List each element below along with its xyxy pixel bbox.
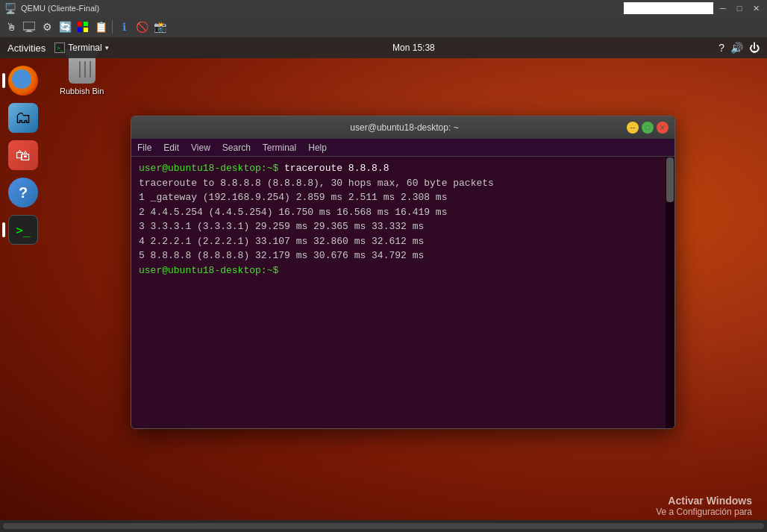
qemu-close-button[interactable]: ✕ (749, 1, 763, 15)
topbar-question-icon[interactable]: ? (719, 42, 724, 54)
dock-item-files[interactable] (7, 101, 40, 134)
terminal-menu-terminal[interactable]: Terminal (263, 143, 296, 153)
toolbar-stop-icon[interactable]: 🚫 (134, 19, 150, 35)
qemu-search-input[interactable] (624, 2, 713, 14)
qemu-title: QEMU (Cliente-Final) (21, 4, 99, 13)
terminal-output-6: 4 2.2.2.1 (2.2.2.1) 33.107 ms 32.860 ms … (139, 236, 424, 247)
toolbar-clipboard-icon[interactable]: 📋 (93, 19, 109, 35)
files-icon (8, 103, 38, 133)
terminal-line-5: 3 3.3.3.1 (3.3.3.1) 29.259 ms 29.365 ms … (139, 219, 667, 234)
dock-item-help[interactable]: ? (7, 176, 40, 209)
rubbish-bin-label: Rubbish Bin (60, 87, 104, 96)
activities-button[interactable]: Activities (7, 43, 46, 54)
qemu-titlebar-left: 🖥️ QEMU (Cliente-Final) (4, 3, 99, 14)
terminal-content: user@ubuntu18-desktop:~$ traceroute 8.8.… (131, 157, 674, 428)
desktop: 🖥️ QEMU (Cliente-Final) ─ □ ✕ 🖱 ⚙ 🔄 📋 ℹ … (0, 0, 767, 532)
terminal-output-7: 5 8.8.8.8 (8.8.8.8) 32.179 ms 30.676 ms … (139, 250, 424, 261)
qemu-minimize-button[interactable]: ─ (716, 1, 730, 15)
topbar-power-icon[interactable]: ⏻ (749, 42, 760, 54)
svg-rect-0 (23, 22, 35, 30)
dock-item-terminal[interactable]: >_ (7, 213, 40, 246)
svg-rect-6 (84, 28, 88, 32)
terminal-menu-view[interactable]: View (191, 143, 210, 153)
svg-rect-5 (78, 28, 82, 32)
terminal-small-icon: >_ (54, 43, 65, 53)
activate-line2: Ve a Configuración para (656, 507, 752, 517)
terminal-cmd-1: traceroute 8.8.8.8 (284, 163, 389, 174)
terminal-maximize-button[interactable]: □ (642, 122, 654, 134)
terminal-menu-file[interactable]: File (137, 143, 151, 153)
ubuntu-topbar-left: Activities >_ Terminal ▾ (7, 43, 109, 54)
dock-item-software[interactable]: 🛍 (7, 139, 40, 172)
svg-rect-4 (84, 22, 88, 26)
trash-line-1 (79, 61, 81, 78)
toolbar-snapshot-icon[interactable]: 📸 (151, 19, 168, 35)
terminal-output-2: traceroute to 8.8.8.8 (8.8.8.8), 30 hops… (139, 178, 494, 189)
terminal-window-title: user@ubuntu18-desktop: ~ (182, 122, 627, 133)
terminal-menu-label[interactable]: >_ Terminal ▾ (54, 43, 108, 53)
toolbar-separator (112, 20, 113, 34)
qemu-maximize-button[interactable]: □ (733, 1, 746, 15)
terminal-output-4: 2 4.4.5.254 (4.4.5.254) 16.750 ms 16.568… (139, 207, 447, 218)
terminal-prompt-1: user@ubuntu18-desktop:~$ (139, 163, 278, 174)
toolbar-mouse-icon[interactable]: 🖱 (3, 19, 19, 35)
terminal-line-4: 2 4.4.5.254 (4.4.5.254) 16.750 ms 16.568… (139, 205, 667, 220)
toolbar-windows-icon[interactable] (75, 19, 91, 35)
toolbar-screen-icon[interactable] (21, 19, 37, 35)
terminal-line-2: traceroute to 8.8.8.8 (8.8.8.8), 30 hops… (139, 176, 667, 191)
qemu-toolbar: 🖱 ⚙ 🔄 📋 ℹ 🚫 📸 (0, 16, 767, 37)
terminal-menu-help[interactable]: Help (308, 143, 327, 153)
terminal-scrollbar-thumb[interactable] (666, 157, 674, 202)
ubuntu-datetime: Mon 15:38 (392, 43, 435, 53)
firefox-icon (8, 66, 38, 96)
terminal-window: user@ubuntu18-desktop: ~ ─ □ ✕ File Edit… (131, 116, 675, 429)
bottom-scrollbar[interactable] (0, 520, 767, 532)
terminal-menubar: File Edit View Search Terminal Help (131, 139, 674, 157)
terminal-line-1: user@ubuntu18-desktop:~$ traceroute 8.8.… (139, 161, 667, 176)
qemu-logo-icon: 🖥️ (4, 3, 16, 14)
toolbar-settings-icon[interactable]: ⚙ (39, 19, 55, 35)
terminal-dock-icon: >_ (8, 215, 38, 245)
svg-rect-3 (78, 22, 82, 26)
terminal-dropdown-icon[interactable]: ▾ (105, 44, 109, 51)
trash-line-2 (84, 61, 86, 78)
bottom-scrollbar-track[interactable] (3, 523, 764, 529)
terminal-line-3: 1 _gateway (192.168.9.254) 2.859 ms 2.51… (139, 190, 667, 205)
trash-line-3 (90, 61, 91, 78)
terminal-close-button[interactable]: ✕ (657, 122, 669, 134)
terminal-output-3: 1 _gateway (192.168.9.254) 2.859 ms 2.51… (139, 192, 447, 203)
terminal-menu-search[interactable]: Search (222, 143, 251, 153)
trash-body (69, 54, 96, 84)
activate-line1: Activar Windows (656, 495, 752, 507)
dock-item-firefox[interactable] (7, 64, 40, 97)
svg-rect-2 (25, 31, 33, 32)
terminal-output-5: 3 3.3.3.1 (3.3.3.1) 29.259 ms 29.365 ms … (139, 221, 424, 232)
qemu-titlebar: 🖥️ QEMU (Cliente-Final) ─ □ ✕ (0, 0, 767, 16)
terminal-menu-edit[interactable]: Edit (163, 143, 179, 153)
terminal-line-6: 4 2.2.2.1 (2.2.2.1) 33.107 ms 32.860 ms … (139, 234, 667, 249)
terminal-titlebar: user@ubuntu18-desktop: ~ ─ □ ✕ (131, 116, 674, 139)
terminal-line-8: user@ubuntu18-desktop:~$ (139, 263, 667, 278)
terminal-minimize-button[interactable]: ─ (627, 122, 639, 134)
dock: 🛍 ? >_ (0, 58, 46, 357)
terminal-scrollbar[interactable] (666, 157, 674, 429)
terminal-window-buttons: ─ □ ✕ (627, 122, 669, 134)
toolbar-refresh-icon[interactable]: 🔄 (57, 19, 73, 35)
qemu-titlebar-controls: ─ □ ✕ (624, 1, 763, 15)
terminal-prompt-2: user@ubuntu18-desktop:~$ (139, 265, 278, 276)
ubuntu-topbar: Activities >_ Terminal ▾ Mon 15:38 ? 🔊 ⏻ (0, 37, 767, 58)
terminal-label-text: Terminal (68, 43, 101, 53)
svg-rect-1 (27, 30, 31, 31)
trash-lines (79, 61, 91, 78)
help-icon: ? (8, 178, 38, 207)
activate-watermark: Activar Windows Ve a Configuración para (656, 495, 752, 517)
topbar-volume-icon[interactable]: 🔊 (730, 42, 743, 54)
ubuntu-topbar-right: ? 🔊 ⏻ (719, 42, 760, 54)
terminal-line-7: 5 8.8.8.8 (8.8.8.8) 32.179 ms 30.676 ms … (139, 248, 667, 263)
toolbar-info-icon[interactable]: ℹ (116, 19, 132, 35)
software-icon: 🛍 (8, 140, 38, 170)
